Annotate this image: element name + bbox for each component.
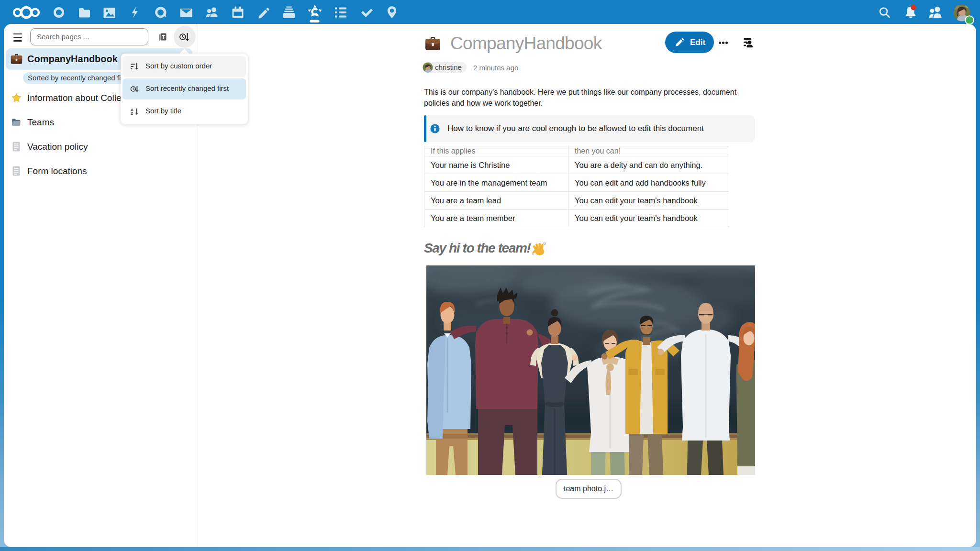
svg-text:Z: Z xyxy=(131,111,133,116)
svg-text:A: A xyxy=(131,108,134,112)
